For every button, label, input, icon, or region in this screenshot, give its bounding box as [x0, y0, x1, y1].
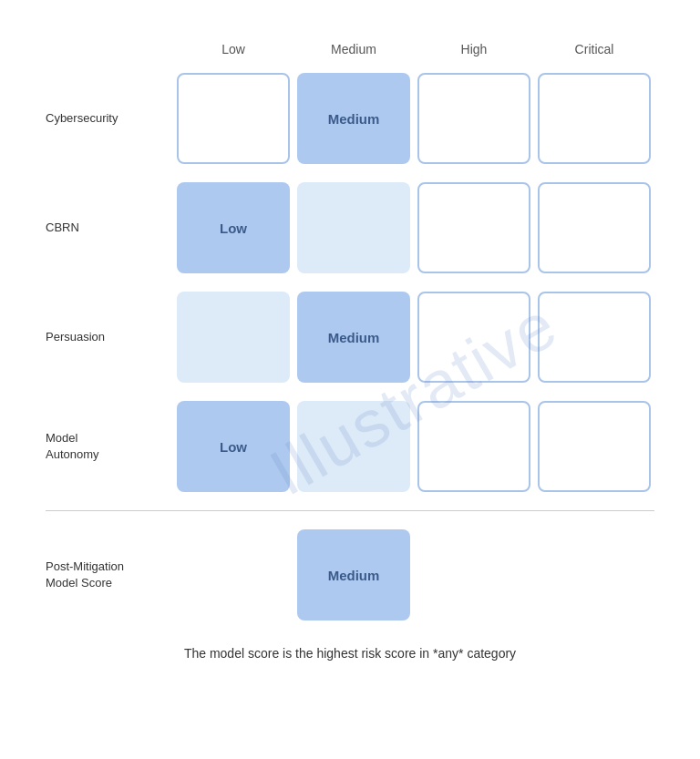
cell-model-autonomy-low: Low — [177, 401, 290, 492]
row-cybersecurity: Cybersecurity Medium — [46, 69, 654, 168]
cell-cbrn-low: Low — [177, 182, 290, 273]
header-row: Low Medium High Critical — [46, 36, 654, 62]
cell-cybersecurity-critical — [538, 73, 651, 164]
summary-cell-critical — [538, 529, 651, 621]
summary-cell-medium: Medium — [297, 529, 410, 621]
label-cbrn: CBRN — [46, 220, 173, 236]
header-empty — [46, 36, 173, 62]
cell-model-autonomy-high — [417, 401, 530, 492]
header-col3: High — [414, 36, 534, 62]
cell-persuasion-high — [417, 292, 530, 383]
cell-model-autonomy-medium — [297, 401, 410, 492]
cell-cbrn-high — [417, 182, 530, 273]
label-model-autonomy: Model Autonomy — [46, 430, 173, 463]
page-container: Illustrative Low Medium High Critical Cy… — [18, 18, 682, 759]
summary-cell-low — [177, 529, 290, 621]
header-col1: Low — [173, 36, 293, 62]
cell-persuasion-low — [177, 292, 290, 383]
row-model-autonomy: Model Autonomy Low — [46, 397, 654, 496]
summary-label: Post-Mitigation Model Score — [46, 559, 173, 591]
footer-note: The model score is the highest risk scor… — [46, 646, 654, 661]
grid-container: Low Medium High Critical Cybersecurity M… — [46, 36, 654, 624]
header-col4: Critical — [534, 36, 654, 62]
cell-persuasion-medium: Medium — [297, 292, 410, 383]
cell-cybersecurity-high — [417, 73, 530, 164]
row-cbrn: CBRN Low — [46, 179, 654, 277]
cell-cbrn-critical — [538, 182, 651, 273]
summary-cell-high — [417, 529, 530, 621]
cell-cbrn-medium — [297, 182, 410, 273]
label-persuasion: Persuasion — [46, 329, 173, 345]
cell-cybersecurity-low — [177, 73, 290, 164]
cell-cybersecurity-medium: Medium — [297, 73, 410, 164]
label-cybersecurity: Cybersecurity — [46, 110, 173, 127]
summary-row: Post-Mitigation Model Score Medium — [46, 526, 654, 624]
row-persuasion: Persuasion Medium — [46, 288, 654, 386]
header-col2: Medium — [293, 36, 414, 62]
cell-persuasion-critical — [538, 292, 651, 383]
cell-model-autonomy-critical — [538, 401, 651, 492]
section-divider — [46, 510, 654, 511]
